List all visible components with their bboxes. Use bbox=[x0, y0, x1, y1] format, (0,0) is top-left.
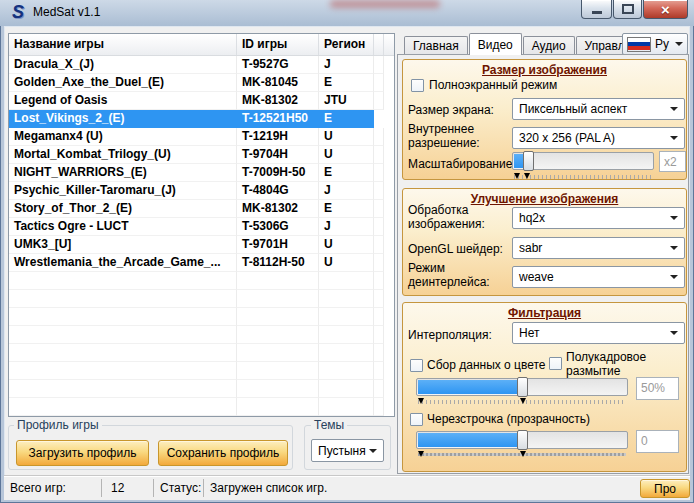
table-row[interactable] bbox=[9, 344, 394, 362]
interlace-value-field[interactable]: 0 bbox=[636, 430, 679, 453]
color-data-checkbox[interactable] bbox=[410, 359, 423, 372]
table-row[interactable]: Megamanx4 (U)T-1219HU bbox=[9, 128, 394, 146]
table-row[interactable] bbox=[9, 362, 394, 380]
load-profile-button[interactable]: Загрузить профиль bbox=[16, 440, 149, 466]
cell-id: T-5306G bbox=[237, 218, 319, 236]
table-row[interactable]: Wrestlemania_the_Arcade_Game_...T-8112H-… bbox=[9, 254, 394, 272]
title-bar[interactable]: S MedSat v1.1 × bbox=[0, 0, 694, 26]
cell-region bbox=[319, 326, 374, 344]
interlace-slider-ticks bbox=[418, 452, 626, 457]
status-label: Статус: bbox=[160, 481, 201, 495]
deinterlace-value: weave bbox=[519, 270, 554, 284]
fullscreen-checkbox[interactable] bbox=[411, 79, 424, 92]
table-row[interactable]: Golden_Axe_the_Duel_(E)MK-81045E bbox=[9, 74, 394, 92]
table-row[interactable] bbox=[9, 398, 394, 416]
interpolation-dropdown[interactable]: Нет bbox=[512, 322, 685, 344]
cell-region: JTU bbox=[319, 92, 374, 110]
cell-id bbox=[237, 326, 319, 344]
table-row[interactable]: Lost_Vikings_2_(E)T-12521H50E bbox=[9, 110, 394, 128]
table-row[interactable]: Dracula_X_(J)T-9527GJ bbox=[9, 56, 394, 74]
cell-region bbox=[319, 290, 374, 308]
image-size-group-title: Размер изображения bbox=[403, 63, 686, 77]
maximize-button[interactable] bbox=[613, 0, 642, 19]
blur-slider-thumb[interactable] bbox=[517, 377, 528, 397]
table-row[interactable] bbox=[9, 272, 394, 290]
deinterlace-dropdown[interactable]: weave bbox=[512, 266, 685, 288]
tab-Аудио[interactable]: Аудио bbox=[523, 36, 575, 55]
cell-name: Psychic_Killer-Taromaru_(J) bbox=[9, 182, 237, 200]
tick-marker bbox=[418, 398, 424, 404]
resolution-dropdown[interactable]: 320 x 256 (PAL A) bbox=[512, 127, 685, 149]
chevron-down-icon bbox=[670, 246, 678, 250]
cell-region: E bbox=[319, 110, 374, 128]
table-row[interactable]: Story_of_Thor_2_(E)MK-81302E bbox=[9, 200, 394, 218]
cell-region: U bbox=[319, 146, 374, 164]
maximize-icon bbox=[622, 4, 634, 14]
tab-Видео[interactable]: Видео bbox=[469, 33, 522, 55]
cell-blank bbox=[374, 146, 384, 164]
cell-region: U bbox=[319, 236, 374, 254]
cell-region: J bbox=[319, 56, 374, 74]
minimize-button[interactable] bbox=[581, 0, 612, 19]
table-row[interactable]: Legend of OasisMK-81302JTU bbox=[9, 92, 394, 110]
cell-name bbox=[9, 290, 237, 308]
table-row[interactable]: Psychic_Killer-Taromaru_(J)T-4804GJ bbox=[9, 182, 394, 200]
interlace-slider[interactable] bbox=[416, 431, 628, 449]
cell-blank bbox=[374, 74, 384, 92]
save-profile-button[interactable]: Сохранить профиль bbox=[158, 440, 288, 466]
cell-id: T-1219H bbox=[237, 128, 319, 146]
table-row[interactable]: Tactics Ogre - LUCTT-5306GJ bbox=[9, 218, 394, 236]
table-row[interactable] bbox=[9, 290, 394, 308]
scaling-slider[interactable] bbox=[512, 152, 654, 170]
game-list[interactable]: Название игры ID игры Регион Dracula_X_(… bbox=[8, 33, 395, 417]
cell-name: Mortal_Kombat_Trilogy_(U) bbox=[9, 146, 237, 164]
about-button[interactable]: Про bbox=[640, 479, 690, 498]
scaling-slider-ticks bbox=[514, 174, 652, 179]
cell-name: Dracula_X_(J) bbox=[9, 56, 237, 74]
blur-value-field[interactable]: 50% bbox=[636, 377, 679, 400]
chevron-down-icon bbox=[670, 275, 678, 279]
resolution-value: 320 x 256 (PAL A) bbox=[519, 131, 615, 145]
language-label: Ру bbox=[655, 37, 669, 51]
statusbar-separator bbox=[153, 479, 154, 497]
processing-dropdown[interactable]: hq2x bbox=[512, 207, 685, 229]
table-row[interactable] bbox=[9, 380, 394, 398]
cell-blank bbox=[374, 236, 384, 254]
app-window: S MedSat v1.1 × Название игры ID игры Ре… bbox=[0, 0, 694, 503]
chevron-down-icon bbox=[369, 449, 377, 453]
processing-value: hq2x bbox=[519, 211, 545, 225]
tab-Главная[interactable]: Главная bbox=[404, 36, 468, 55]
close-button[interactable]: × bbox=[643, 0, 688, 19]
language-selector[interactable]: Ру bbox=[622, 33, 688, 55]
table-row[interactable]: Mortal_Kombat_Trilogy_(U)T-9704HU bbox=[9, 146, 394, 164]
column-header-id[interactable]: ID игры bbox=[237, 34, 319, 55]
blur-slider[interactable] bbox=[416, 378, 628, 396]
table-row[interactable]: UMK3_[U]T-9701HU bbox=[9, 236, 394, 254]
scaling-value-field[interactable]: x2 bbox=[659, 151, 686, 172]
scaling-label: Масштабирование: bbox=[408, 157, 516, 171]
cell-name: Story_of_Thor_2_(E) bbox=[9, 200, 237, 218]
app-logo-icon: S bbox=[9, 3, 27, 21]
cell-blank bbox=[374, 128, 384, 146]
half-frame-checkbox[interactable] bbox=[549, 357, 562, 370]
interlace-label: Черезстрочка (прозрачность) bbox=[427, 412, 590, 426]
cell-blank bbox=[374, 164, 384, 182]
scaling-slider-thumb[interactable] bbox=[523, 151, 534, 171]
cell-name: Tactics Ogre - LUCT bbox=[9, 218, 237, 236]
column-header-name[interactable]: Название игры bbox=[9, 34, 237, 55]
deinterlace-label: Режим деинтерлейса: bbox=[408, 261, 513, 289]
interlace-slider-thumb[interactable] bbox=[517, 430, 528, 450]
russia-flag-icon bbox=[627, 37, 651, 52]
shader-value: sabr bbox=[519, 241, 542, 255]
screen-size-label: Размер экрана: bbox=[408, 103, 494, 117]
table-row[interactable] bbox=[9, 326, 394, 344]
theme-dropdown[interactable]: Пустыня bbox=[311, 439, 384, 462]
table-row[interactable] bbox=[9, 308, 394, 326]
cell-region: E bbox=[319, 200, 374, 218]
shader-dropdown[interactable]: sabr bbox=[512, 237, 685, 259]
column-header-region[interactable]: Регион bbox=[319, 34, 374, 55]
screen-size-dropdown[interactable]: Пиксельный аспект bbox=[512, 98, 685, 120]
window-controls: × bbox=[581, 0, 688, 19]
table-row[interactable]: NIGHT_WARRIORS_(E)T-7009H-50E bbox=[9, 164, 394, 182]
interlace-checkbox[interactable] bbox=[410, 413, 423, 426]
